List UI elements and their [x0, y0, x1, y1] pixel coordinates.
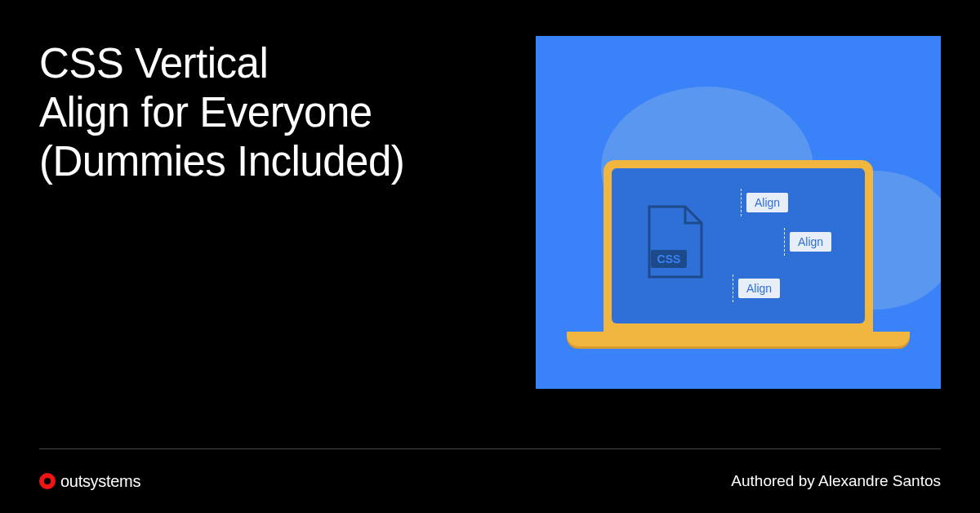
footer: outsystems Authored by Alexandre Santos: [0, 449, 980, 513]
brand-name: outsystems: [60, 472, 140, 491]
align-tag: Align: [738, 279, 780, 298]
title-area: CSS VerticalAlign for Everyone(Dummies I…: [39, 36, 519, 433]
page-title: CSS VerticalAlign for Everyone(Dummies I…: [39, 39, 519, 187]
align-tag: Align: [790, 232, 831, 252]
svg-text:CSS: CSS: [657, 252, 681, 265]
outsystems-icon: [39, 473, 56, 489]
brand-logo: outsystems: [39, 472, 140, 491]
laptop-icon: CSS Align Align Align: [567, 160, 910, 346]
css-file-icon: CSS: [646, 205, 705, 280]
hero-illustration: CSS Align Align Align: [536, 36, 941, 389]
align-tag: Align: [746, 193, 788, 212]
author-credit: Authored by Alexandre Santos: [731, 472, 941, 490]
